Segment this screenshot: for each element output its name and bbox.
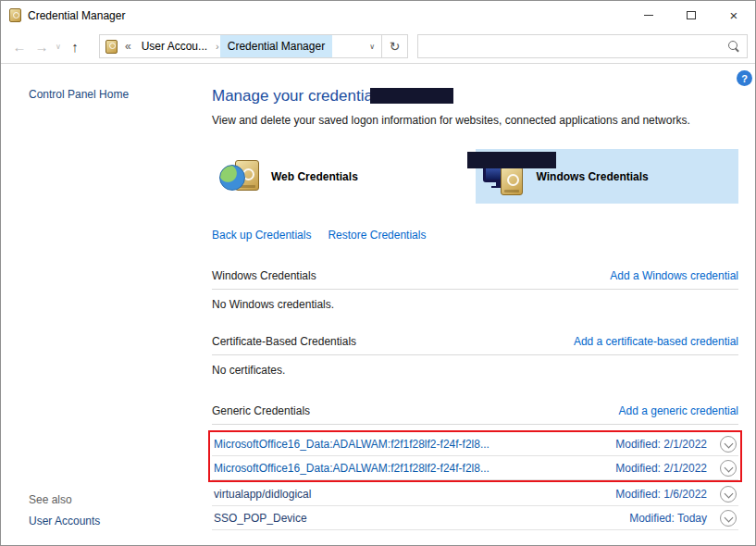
credential-name[interactable]: virtualapp/didlogical <box>214 488 615 501</box>
web-credentials-icon <box>219 156 262 197</box>
minimize-icon <box>644 15 653 16</box>
window-controls: × <box>627 1 755 30</box>
chevron-down-icon[interactable] <box>720 510 737 527</box>
up-button[interactable]: ↑ <box>64 39 86 55</box>
maximize-icon <box>687 11 696 19</box>
see-also-label: See also <box>29 493 72 506</box>
chevron-down-icon: ∨ <box>56 43 61 51</box>
window-body: Control Panel Home See also User Account… <box>1 64 755 543</box>
forward-icon: → <box>35 39 49 55</box>
section-title: Certificate-Based Credentials <box>212 335 356 348</box>
chevron-down-icon[interactable] <box>720 486 737 503</box>
breadcrumb-dropdown-button[interactable]: ∨ <box>363 43 381 51</box>
history-dropdown-button[interactable]: ∨ <box>53 43 64 51</box>
chevron-down-icon[interactable] <box>720 460 737 477</box>
backup-credentials-link[interactable]: Back up Credentials <box>212 229 311 242</box>
page-subtitle: View and delete your saved logon informa… <box>212 114 738 127</box>
credential-name[interactable]: MicrosoftOffice16_Data:ADALWAM:f2f1f28lf… <box>214 462 615 475</box>
up-icon: ↑ <box>71 39 79 55</box>
credential-row[interactable]: virtualapp/didlogical Modified: 1/6/2022 <box>212 482 738 506</box>
empty-message: No Windows credentials. <box>212 290 738 311</box>
sidebar-item-user-accounts[interactable]: User Accounts <box>29 515 100 527</box>
refresh-button[interactable]: ↻ <box>382 34 408 58</box>
titlebar: Credential Manager × <box>1 1 755 30</box>
empty-message: No certificates. <box>212 355 738 377</box>
add-generic-credential-link[interactable]: Add a generic credential <box>619 404 738 417</box>
credential-actions: Back up Credentials Restore Credentials <box>212 229 738 242</box>
chevron-down-icon[interactable] <box>720 436 737 453</box>
credential-row[interactable]: MicrosoftOffice16_Data:ADALWAM:f2f1f28lf… <box>212 432 738 456</box>
section-windows-credentials: Windows Credentials Add a Windows creden… <box>212 269 738 311</box>
dark-artifact-box <box>370 88 453 104</box>
section-generic-credentials: Generic Credentials Add a generic creden… <box>212 404 738 530</box>
close-button[interactable]: × <box>713 1 755 30</box>
tab-web-credentials[interactable]: Web Credentials <box>212 149 476 204</box>
maximize-button[interactable] <box>670 1 713 30</box>
dark-artifact-box <box>467 152 556 168</box>
annotation-highlight-box: MicrosoftOffice16_Data:ADALWAM:f2f1f28lf… <box>208 430 742 482</box>
minimize-button[interactable] <box>627 1 670 30</box>
sidebar: Control Panel Home See also User Account… <box>1 64 200 543</box>
breadcrumb-item-credential-manager[interactable]: Credential Manager <box>220 35 332 57</box>
credential-modified: Modified: 1/6/2022 <box>615 488 707 501</box>
tile-label: Windows Credentials <box>537 170 649 183</box>
credential-name[interactable]: MicrosoftOffice16_Data:ADALWAM:f2f1f28lf… <box>214 438 615 451</box>
section-certificate-credentials: Certificate-Based Credentials Add a cert… <box>212 335 738 377</box>
search-input[interactable] <box>425 35 728 57</box>
window-title: Credential Manager <box>28 9 125 22</box>
add-certificate-credential-link[interactable]: Add a certificate-based credential <box>574 335 738 348</box>
close-icon: × <box>730 8 738 22</box>
credential-modified: Modified: Today <box>629 512 707 525</box>
credential-manager-window: Credential Manager × ← → ∨ ↑ « User Acco… <box>0 0 756 546</box>
add-windows-credential-link[interactable]: Add a Windows credential <box>610 269 738 282</box>
main-content: ? Manage your credentials View and delet… <box>200 64 755 543</box>
page-title: Manage your credentials <box>212 87 738 105</box>
credential-list: MicrosoftOffice16_Data:ADALWAM:f2f1f28lf… <box>212 430 738 530</box>
navigation-bar: ← → ∨ ↑ « User Accou... › Credential Man… <box>1 30 755 64</box>
tile-label: Web Credentials <box>271 170 358 183</box>
credential-modified: Modified: 2/1/2022 <box>615 462 707 475</box>
breadcrumb-item-user-accounts[interactable]: User Accou... <box>134 35 215 57</box>
breadcrumb: « User Accou... › Credential Manager ∨ <box>99 34 382 58</box>
credential-name[interactable]: SSO_POP_Device <box>214 512 629 525</box>
help-icon: ? <box>741 73 748 84</box>
search-icon <box>728 41 740 53</box>
credential-manager-icon <box>9 8 21 22</box>
credential-row[interactable]: SSO_POP_Device Modified: Today <box>212 506 738 530</box>
section-title: Windows Credentials <box>212 269 316 282</box>
back-button[interactable]: ← <box>8 39 31 55</box>
credential-row[interactable]: MicrosoftOffice16_Data:ADALWAM:f2f1f28lf… <box>212 456 738 480</box>
search-box <box>417 34 748 58</box>
help-button[interactable]: ? <box>737 70 752 86</box>
sidebar-item-control-panel-home[interactable]: Control Panel Home <box>29 88 200 101</box>
back-icon: ← <box>13 39 27 55</box>
credential-modified: Modified: 2/1/2022 <box>615 438 707 451</box>
forward-button[interactable]: → <box>31 39 53 55</box>
refresh-icon: ↻ <box>390 39 401 54</box>
globe-icon <box>219 165 245 191</box>
section-title: Generic Credentials <box>212 404 310 417</box>
breadcrumb-app-icon <box>105 40 118 54</box>
breadcrumb-overflow-icon[interactable]: « <box>122 40 134 53</box>
restore-credentials-link[interactable]: Restore Credentials <box>328 229 426 242</box>
